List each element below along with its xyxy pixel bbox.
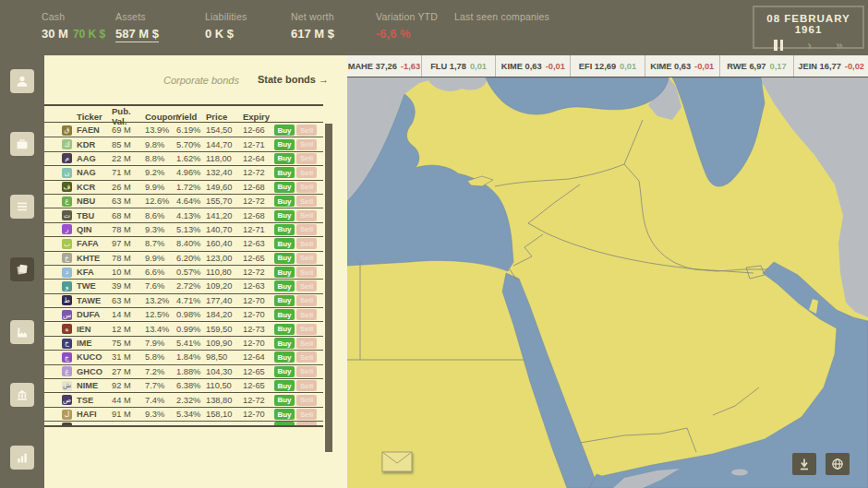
ticker-quote[interactable]: FLU 1,780,01 (422, 55, 497, 77)
sell-button[interactable]: Sell (296, 295, 317, 306)
sell-button[interactable]: Sell (296, 280, 317, 292)
bond-row[interactable]: وTWE39 M7.6%2.72%109,2012-63BuySell (44, 280, 323, 293)
sell-button[interactable]: Sell (296, 210, 317, 221)
bond-row[interactable]: جKUCO31 M5.8%1.84%98,5012-64BuySell (44, 351, 323, 364)
ticker-quote[interactable]: RWE 6,970,17 (720, 55, 795, 77)
buy-button[interactable]: Buy (274, 196, 295, 207)
sell-button[interactable]: Sell (296, 380, 317, 391)
sell-button[interactable]: Sell (296, 153, 317, 164)
bond-row[interactable]: عNBU63 M12.6%4.64%155,7012-72BuySell (44, 195, 323, 208)
ticker-quote[interactable]: JEIN 16,77-0,02 (794, 55, 868, 77)
buy-button[interactable]: Buy (274, 409, 295, 420)
sidebar-item-markets[interactable] (10, 446, 34, 470)
buy-button[interactable]: Buy (274, 366, 295, 377)
buy-button[interactable]: Buy (274, 253, 295, 264)
buy-button[interactable]: Buy (274, 182, 295, 193)
pause-button[interactable] (774, 40, 783, 51)
sell-button[interactable]: Sell (296, 338, 317, 349)
sell-button[interactable]: Sell (296, 167, 317, 178)
buy-button[interactable]: Buy (274, 210, 295, 221)
bonds-scrollbar[interactable] (325, 106, 332, 488)
buy-button[interactable]: Buy (274, 280, 295, 292)
bond-expiry: 12-68 (243, 211, 272, 220)
sidebar-item-management[interactable] (10, 69, 34, 93)
ticker-quote[interactable]: KIME 0,63-0,01 (496, 55, 571, 77)
sell-button[interactable]: Sell (296, 182, 317, 193)
sidebar-item-industries[interactable] (10, 320, 34, 344)
bond-row[interactable]: رQIN78 M9.3%5.13%140,7012-71BuySell (44, 223, 323, 237)
bond-row[interactable]: خKHTE78 M9.9%6.20%123,0012-65BuySell (44, 252, 323, 266)
bond-yield: 4.13% (176, 211, 204, 220)
buy-button[interactable]: Buy (274, 338, 295, 349)
bond-row[interactable]: سDUFA14 M12.5%0.98%184,2012-70BuySell (44, 308, 323, 322)
sell-button[interactable]: Sell (296, 366, 317, 377)
bond-row[interactable]: قFAEN69 M13.9%6.19%154,5012-66BuySell (44, 124, 323, 137)
bond-row[interactable]: فKCR26 M9.9%1.72%149,6012-68BuySell (44, 181, 323, 195)
state-bonds-link[interactable]: State bonds → (258, 74, 329, 85)
bonds-scrollbar-thumb[interactable] (325, 124, 332, 452)
bond-row[interactable]: طTAWE63 M13.2%4.71%177,4012-70BuySell (44, 294, 323, 308)
sell-button[interactable]: Sell (296, 139, 317, 150)
fast-forward-button[interactable]: » (836, 40, 843, 51)
buy-button[interactable]: Buy (274, 351, 295, 363)
middle-east-map[interactable] (347, 77, 868, 488)
bond-row[interactable]: كKDR85 M9.8%5.70%144,7012-71BuySell (44, 137, 323, 151)
buy-button[interactable]: Buy (274, 139, 295, 150)
bond-price: 110,50 (206, 381, 241, 390)
ticker-change: -0,01 (546, 62, 565, 71)
bond-row[interactable]: مAAG22 M8.8%1.62%118,0012-64BuySell (44, 152, 323, 166)
sidebar-item-news[interactable] (10, 195, 34, 219)
buy-button[interactable]: Buy (274, 224, 295, 235)
sell-button[interactable]: Sell (296, 196, 317, 207)
bond-coupon: 7.4% (145, 396, 175, 405)
buy-button[interactable]: Buy (274, 295, 295, 306)
bond-row[interactable]: تTBU68 M8.6%4.13%141,2012-68BuySell (44, 208, 323, 222)
ticker-symbol-price: KIME 0,63 (501, 62, 542, 71)
buy-button[interactable]: Buy (274, 395, 295, 406)
bond-pub-val: 68 M (112, 211, 143, 220)
buy-button[interactable]: Buy (274, 380, 295, 391)
ticker-quote[interactable]: MAHE 37,26-1,63 (347, 55, 422, 77)
sell-button[interactable]: Sell (296, 125, 317, 136)
buy-button[interactable]: Buy (274, 267, 295, 278)
sell-button[interactable]: Sell (296, 351, 317, 363)
buy-button[interactable]: Buy (274, 153, 295, 164)
sell-button[interactable]: Sell (296, 267, 317, 278)
play-button[interactable]: › (807, 40, 812, 51)
topbar-stat: Cash30 M70 K $ (42, 11, 115, 41)
messages-button[interactable] (381, 451, 413, 472)
sell-button[interactable]: Sell (296, 253, 317, 264)
sell-button[interactable]: Sell (296, 409, 317, 420)
ticker-quote[interactable]: KIME 0,63-0,01 (645, 55, 720, 77)
sell-button[interactable]: Sell (296, 224, 317, 235)
bond-pub-val: 27 M (112, 367, 143, 376)
sidebar-item-portfolio[interactable] (10, 132, 34, 156)
map-area[interactable] (347, 77, 868, 488)
sidebar-item-bonds[interactable] (10, 257, 34, 281)
bond-row[interactable]: دKFA10 M6.6%0.57%110,8012-72BuySell (44, 266, 323, 280)
bond-row[interactable]: بFAFA97 M8.7%8.40%160,4012-63BuySell (44, 237, 323, 251)
sell-button[interactable]: Sell (296, 324, 317, 335)
ticker-quote[interactable]: EFI 12,690,01 (571, 55, 645, 77)
sell-button[interactable]: Sell (296, 238, 317, 249)
sell-button[interactable]: Sell (296, 395, 317, 406)
buy-button[interactable]: Buy (274, 309, 295, 320)
bond-row[interactable]: نNAG71 M9.2%4.96%132,4012-72BuySell (44, 166, 323, 180)
globe-button[interactable] (826, 453, 850, 475)
bond-yield: 2.72% (176, 281, 204, 291)
buy-button[interactable]: Buy (274, 238, 295, 249)
stat-value-text[interactable]: 587 M $ (115, 27, 159, 42)
bond-row[interactable]: لHAFI91 M9.3%5.34%158,1012-70BuySell (44, 408, 323, 422)
bond-row[interactable]: غGHCO27 M7.2%1.88%104,3012-65BuySell (44, 365, 323, 379)
locate-button[interactable] (792, 453, 816, 475)
bond-coupon: 5.8% (145, 352, 175, 362)
buy-button[interactable]: Buy (274, 167, 295, 178)
sidebar-item-bank[interactable] (10, 383, 34, 407)
bond-row[interactable]: هIEN12 M13.4%0.99%159,5012-73BuySell (44, 322, 323, 336)
buy-button[interactable]: Buy (274, 324, 295, 335)
sell-button[interactable]: Sell (296, 309, 317, 320)
bond-row[interactable]: حIME75 M7.9%5.41%109,9012-70BuySell (44, 337, 323, 351)
bond-row[interactable]: شNIME92 M7.7%6.38%110,5012-65BuySell (44, 379, 323, 393)
buy-button[interactable]: Buy (274, 125, 295, 136)
bond-row[interactable]: صTSE44 M7.4%2.32%138,8012-72BuySell (44, 393, 323, 407)
